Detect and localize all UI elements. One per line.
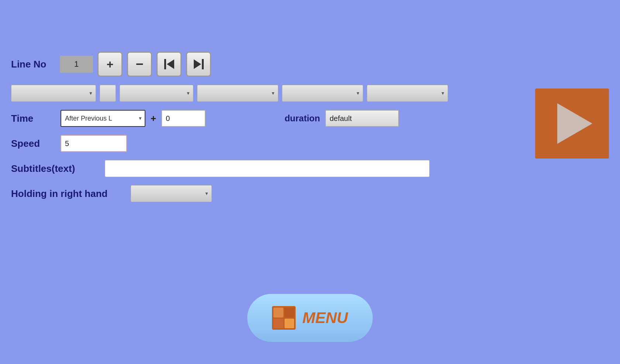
menu-icon-cell-3	[273, 319, 283, 329]
play-triangle-icon	[557, 103, 592, 144]
holding-row: Holding in right hand ▼	[11, 185, 609, 202]
dropdown-2-wrapper: ▼	[120, 85, 193, 102]
time-offset-input[interactable]	[161, 110, 206, 127]
menu-button[interactable]: MENU	[247, 294, 373, 342]
dropdown-1[interactable]	[11, 85, 96, 102]
skip-last-button[interactable]	[186, 52, 211, 77]
time-label: Time	[11, 113, 55, 124]
play-button[interactable]	[535, 89, 609, 159]
holding-dropdown-wrapper: ▼	[131, 185, 212, 202]
dropdowns-row: ▼ ▼ ▼ ▼ ▼	[11, 85, 609, 102]
dropdown-1-wrapper: ▼	[11, 85, 96, 102]
duration-input[interactable]	[325, 110, 399, 127]
skip-first-icon	[164, 59, 174, 69]
speed-label: Speed	[11, 138, 55, 149]
add-button[interactable]: +	[97, 52, 123, 77]
minus-icon: −	[135, 56, 143, 72]
menu-grid-icon	[272, 306, 296, 330]
dropdown-2[interactable]	[120, 85, 193, 102]
duration-label: duration	[285, 113, 320, 124]
menu-icon-cell-1	[273, 308, 283, 318]
speed-input[interactable]	[61, 135, 127, 152]
subtitles-label: Subtitles(text)	[11, 163, 100, 174]
dropdown-4-wrapper: ▼	[282, 85, 363, 102]
minus-button[interactable]: −	[127, 52, 152, 77]
dropdown-5[interactable]	[367, 85, 448, 102]
plus-sign: +	[151, 113, 156, 124]
menu-icon-cell-2	[285, 308, 294, 318]
line-no-input[interactable]	[60, 56, 93, 73]
dropdown-3[interactable]	[197, 85, 278, 102]
time-type-wrapper: After Previous L After Previous With Pre…	[61, 110, 145, 127]
holding-dropdown[interactable]	[131, 185, 212, 202]
menu-label: MENU	[302, 309, 348, 327]
speed-row: Speed	[11, 135, 609, 152]
dropdown-5-wrapper: ▼	[367, 85, 448, 102]
time-type-dropdown[interactable]: After Previous L After Previous With Pre…	[61, 110, 145, 127]
line-no-label: Line No	[11, 59, 55, 70]
dropdown-3-wrapper: ▼	[197, 85, 278, 102]
dropdown-4[interactable]	[282, 85, 363, 102]
line-no-row: Line No + −	[11, 52, 609, 77]
subtitles-row: Subtitles(text)	[11, 160, 609, 177]
menu-icon-cell-4	[285, 319, 294, 329]
skip-first-button[interactable]	[156, 52, 182, 77]
skip-last-icon	[194, 59, 204, 69]
time-row: Time After Previous L After Previous Wit…	[11, 110, 609, 127]
plus-icon: +	[107, 58, 114, 71]
small-action-btn[interactable]	[100, 85, 116, 102]
holding-label: Holding in right hand	[11, 188, 125, 200]
subtitles-input[interactable]	[105, 160, 430, 177]
